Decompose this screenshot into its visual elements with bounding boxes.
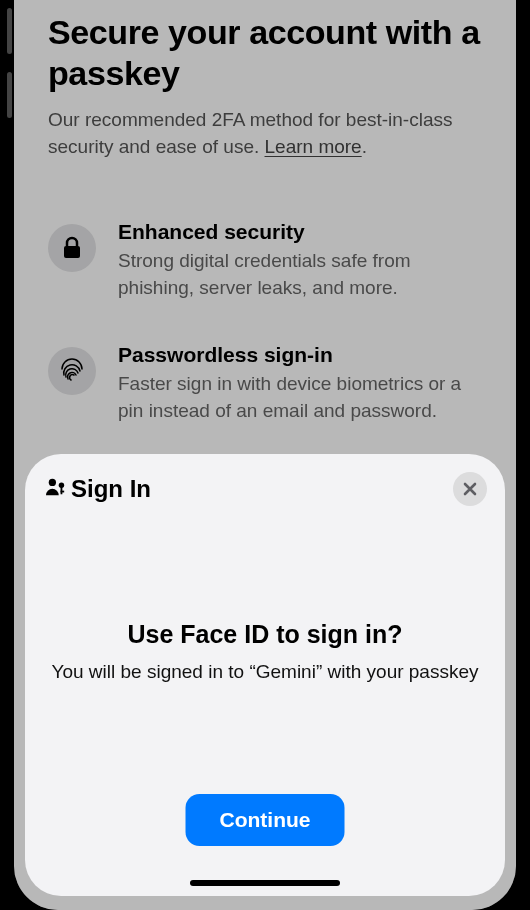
close-icon bbox=[463, 482, 477, 496]
sheet-desc: You will be signed in to “Gemini” with y… bbox=[49, 659, 481, 685]
close-button[interactable] bbox=[453, 472, 487, 506]
sheet-title: Use Face ID to sign in? bbox=[49, 620, 481, 649]
phone-frame: Secure your account with a passkey Our r… bbox=[14, 0, 516, 910]
faceid-signin-sheet: Sign In bbox=[25, 454, 505, 896]
svg-point-1 bbox=[49, 479, 56, 486]
signin-label: Sign In bbox=[71, 475, 151, 503]
home-indicator[interactable] bbox=[190, 880, 340, 886]
passkey-glyph-icon bbox=[45, 477, 67, 501]
continue-button[interactable]: Continue bbox=[186, 794, 345, 846]
svg-rect-3 bbox=[61, 487, 63, 494]
faceid-icon bbox=[49, 536, 481, 598]
svg-rect-4 bbox=[61, 491, 65, 493]
signin-header: Sign In bbox=[45, 475, 151, 503]
